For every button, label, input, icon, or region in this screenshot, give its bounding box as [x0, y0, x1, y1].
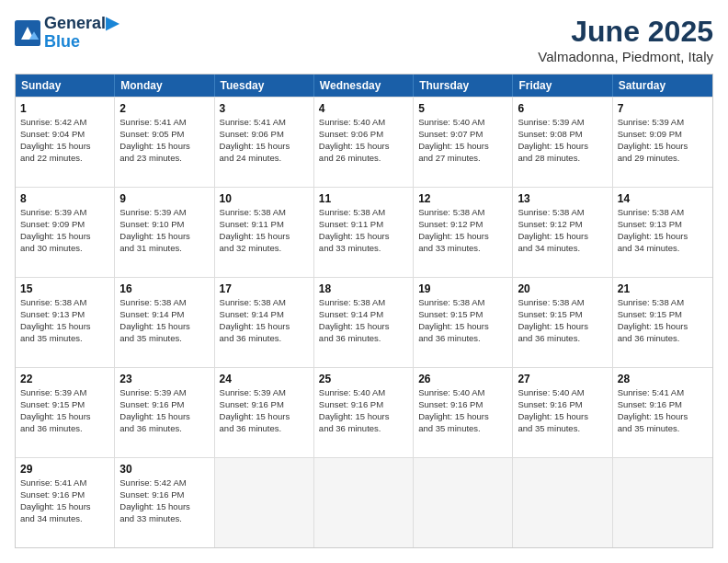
location-title: Valmadonna, Piedmont, Italy: [538, 49, 713, 64]
day-number: 22: [20, 372, 109, 386]
logo-line2: Blue: [44, 33, 119, 52]
day-info-line: Sunset: 9:10 PM: [119, 219, 209, 231]
day-info-line: Sunrise: 5:38 AM: [319, 297, 408, 309]
day-info-line: Sunset: 9:16 PM: [119, 489, 209, 501]
day-info-line: and 32 minutes.: [220, 243, 309, 255]
day-info-line: Sunrise: 5:38 AM: [319, 207, 408, 219]
day-info-line: and 30 minutes.: [20, 243, 109, 255]
calendar-cell: 30Sunrise: 5:42 AMSunset: 9:16 PMDayligh…: [115, 458, 214, 547]
day-number: 18: [319, 282, 408, 296]
day-info-line: and 35 minutes.: [418, 423, 507, 435]
day-info-line: and 36 minutes.: [319, 423, 408, 435]
day-info-line: Sunset: 9:16 PM: [618, 399, 708, 411]
calendar-cell: 15Sunrise: 5:38 AMSunset: 9:13 PMDayligh…: [16, 278, 115, 367]
logo-line1: General▶: [44, 15, 119, 33]
calendar-cell: 19Sunrise: 5:38 AMSunset: 9:15 PMDayligh…: [414, 278, 513, 367]
day-info-line: Daylight: 15 hours: [119, 411, 209, 423]
day-info-line: Sunset: 9:07 PM: [418, 129, 507, 141]
calendar-cell: 26Sunrise: 5:40 AMSunset: 9:16 PMDayligh…: [414, 368, 513, 457]
day-info-line: Sunset: 9:05 PM: [119, 129, 209, 141]
day-info-line: Daylight: 15 hours: [418, 411, 507, 423]
day-info-line: Daylight: 15 hours: [220, 411, 309, 423]
calendar-cell: 11Sunrise: 5:38 AMSunset: 9:11 PMDayligh…: [314, 188, 414, 277]
day-info-line: and 35 minutes.: [618, 423, 708, 435]
day-info-line: Sunrise: 5:38 AM: [119, 297, 209, 309]
day-info-line: Sunrise: 5:38 AM: [20, 297, 109, 309]
day-info-line: Sunset: 9:16 PM: [319, 399, 408, 411]
header-friday: Friday: [513, 75, 612, 97]
day-info-line: Sunrise: 5:38 AM: [618, 297, 708, 309]
day-number: 7: [618, 101, 708, 116]
header-saturday: Saturday: [613, 75, 712, 97]
day-info-line: and 31 minutes.: [119, 243, 209, 255]
day-info-line: Daylight: 15 hours: [119, 501, 209, 513]
day-info-line: Sunrise: 5:38 AM: [518, 297, 607, 309]
calendar-cell: 21Sunrise: 5:38 AMSunset: 9:15 PMDayligh…: [613, 278, 712, 367]
calendar-cell: [414, 458, 513, 547]
day-info-line: and 34 minutes.: [20, 513, 109, 525]
calendar-cell: 2Sunrise: 5:41 AMSunset: 9:05 PMDaylight…: [115, 98, 214, 187]
day-number: 15: [20, 282, 109, 296]
day-info-line: and 23 minutes.: [119, 153, 209, 165]
day-info-line: Sunset: 9:06 PM: [220, 129, 309, 141]
calendar-row-3: 15Sunrise: 5:38 AMSunset: 9:13 PMDayligh…: [16, 277, 712, 367]
day-info-line: Sunrise: 5:39 AM: [20, 207, 109, 219]
day-info-line: and 36 minutes.: [220, 333, 309, 345]
day-info-line: Sunrise: 5:39 AM: [618, 117, 708, 129]
day-number: 30: [119, 462, 209, 477]
day-info-line: Daylight: 15 hours: [618, 231, 708, 243]
day-info-line: and 36 minutes.: [119, 423, 209, 435]
day-info-line: Sunrise: 5:38 AM: [518, 207, 607, 219]
calendar-cell: 27Sunrise: 5:40 AMSunset: 9:16 PMDayligh…: [513, 368, 612, 457]
day-info-line: Sunrise: 5:39 AM: [20, 387, 109, 399]
header-thursday: Thursday: [414, 75, 513, 97]
calendar-cell: 8Sunrise: 5:39 AMSunset: 9:09 PMDaylight…: [16, 188, 115, 277]
day-info-line: Sunset: 9:06 PM: [319, 129, 408, 141]
calendar: Sunday Monday Tuesday Wednesday Thursday…: [15, 74, 713, 548]
day-info-line: and 34 minutes.: [518, 243, 607, 255]
day-info-line: Sunrise: 5:39 AM: [119, 387, 209, 399]
calendar-cell: 24Sunrise: 5:39 AMSunset: 9:16 PMDayligh…: [215, 368, 314, 457]
calendar-cell: 28Sunrise: 5:41 AMSunset: 9:16 PMDayligh…: [613, 368, 712, 457]
day-number: 10: [220, 191, 309, 206]
day-info-line: Sunset: 9:09 PM: [618, 129, 708, 141]
calendar-row-2: 8Sunrise: 5:39 AMSunset: 9:09 PMDaylight…: [16, 187, 712, 277]
day-number: 2: [119, 101, 209, 116]
day-info-line: Sunrise: 5:42 AM: [20, 117, 109, 129]
day-info-line: and 26 minutes.: [319, 153, 408, 165]
day-info-line: and 27 minutes.: [418, 153, 507, 165]
day-info-line: Sunset: 9:15 PM: [618, 309, 708, 321]
day-info-line: Daylight: 15 hours: [319, 411, 408, 423]
day-info-line: and 36 minutes.: [518, 333, 607, 345]
day-number: 3: [220, 101, 309, 116]
day-info-line: Daylight: 15 hours: [20, 411, 109, 423]
day-number: 25: [319, 372, 408, 386]
day-info-line: and 28 minutes.: [518, 153, 607, 165]
day-number: 27: [518, 372, 607, 386]
day-number: 24: [220, 372, 309, 386]
day-info-line: Sunset: 9:11 PM: [220, 219, 309, 231]
calendar-cell: 9Sunrise: 5:39 AMSunset: 9:10 PMDaylight…: [115, 188, 214, 277]
calendar-cell: 4Sunrise: 5:40 AMSunset: 9:06 PMDaylight…: [314, 98, 414, 187]
day-info-line: Daylight: 15 hours: [20, 321, 109, 333]
day-info-line: Daylight: 15 hours: [518, 231, 607, 243]
day-info-line: Daylight: 15 hours: [20, 501, 109, 513]
header-tuesday: Tuesday: [215, 75, 314, 97]
calendar-cell: 7Sunrise: 5:39 AMSunset: 9:09 PMDaylight…: [613, 98, 712, 187]
day-number: 21: [618, 282, 708, 296]
day-info-line: and 36 minutes.: [20, 423, 109, 435]
calendar-cell: 23Sunrise: 5:39 AMSunset: 9:16 PMDayligh…: [115, 368, 214, 457]
day-info-line: Sunset: 9:16 PM: [119, 399, 209, 411]
calendar-cell: [314, 458, 414, 547]
day-info-line: Daylight: 15 hours: [319, 231, 408, 243]
calendar-cell: 20Sunrise: 5:38 AMSunset: 9:15 PMDayligh…: [513, 278, 612, 367]
calendar-cell: 18Sunrise: 5:38 AMSunset: 9:14 PMDayligh…: [314, 278, 414, 367]
calendar-body: 1Sunrise: 5:42 AMSunset: 9:04 PMDaylight…: [16, 97, 712, 547]
day-info-line: and 36 minutes.: [319, 333, 408, 345]
calendar-cell: 5Sunrise: 5:40 AMSunset: 9:07 PMDaylight…: [414, 98, 513, 187]
day-info-line: Sunset: 9:04 PM: [20, 129, 109, 141]
day-info-line: Sunset: 9:15 PM: [418, 309, 507, 321]
day-info-line: and 35 minutes.: [518, 423, 607, 435]
day-number: 4: [319, 101, 408, 116]
day-info-line: Sunset: 9:12 PM: [518, 219, 607, 231]
